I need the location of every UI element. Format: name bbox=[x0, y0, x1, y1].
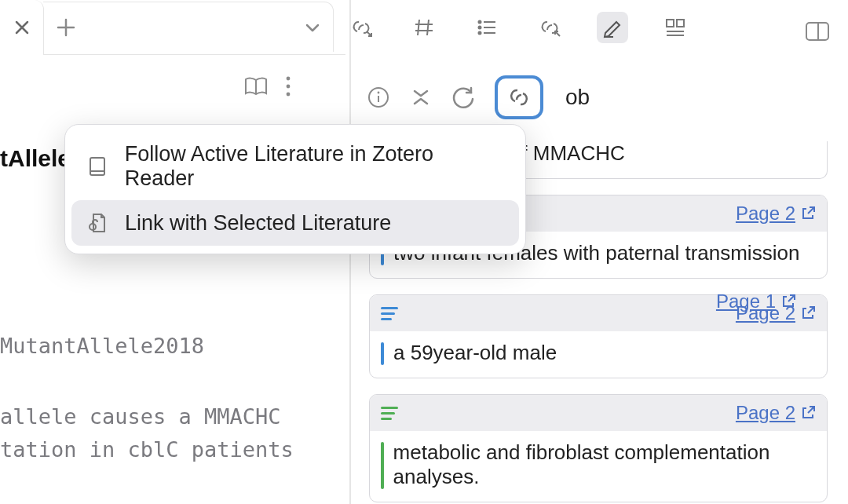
annotation-card[interactable]: Page 2 metabolic and fibroblast compleme… bbox=[369, 394, 828, 502]
annotation-text: metabolic and fibroblast complementation… bbox=[393, 440, 816, 489]
svg-rect-11 bbox=[90, 158, 104, 175]
page-link-label: Page 2 bbox=[736, 203, 795, 225]
menu-item-link-selected[interactable]: Link with Selected Literature bbox=[71, 200, 519, 246]
page-link[interactable]: Page 2 bbox=[736, 203, 816, 225]
svg-point-6 bbox=[287, 77, 291, 81]
reader-toolbar: ob bbox=[366, 75, 590, 119]
tab-add-button[interactable] bbox=[44, 17, 88, 38]
quote-bar bbox=[381, 442, 384, 489]
file-link-icon bbox=[84, 210, 111, 236]
annotation-color-icon bbox=[381, 307, 398, 320]
svg-rect-3 bbox=[667, 20, 674, 27]
book-icon[interactable] bbox=[243, 75, 269, 97]
page-link[interactable]: Page 2 bbox=[736, 402, 816, 424]
link-in-icon[interactable] bbox=[534, 12, 565, 43]
note-line-2: tation in cblC patients bbox=[0, 433, 294, 466]
sidebar-toggle-icon[interactable] bbox=[804, 20, 831, 43]
annotation-color-icon bbox=[381, 407, 398, 420]
list-icon[interactable] bbox=[471, 12, 503, 43]
tab-chevron-button[interactable] bbox=[303, 18, 322, 37]
svg-point-7 bbox=[287, 85, 291, 89]
svg-point-10 bbox=[378, 92, 380, 94]
link-literature-button[interactable] bbox=[495, 75, 543, 119]
collapse-icon[interactable] bbox=[410, 85, 432, 110]
info-icon[interactable] bbox=[366, 85, 391, 110]
menu-item-label: Link with Selected Literature bbox=[125, 211, 391, 236]
svg-point-2 bbox=[479, 32, 481, 35]
refresh-icon[interactable] bbox=[451, 85, 476, 110]
reader-search-fragment: ob bbox=[565, 85, 590, 110]
svg-point-1 bbox=[479, 27, 481, 29]
highlighter-icon[interactable] bbox=[597, 12, 628, 43]
link-dropdown-menu: Follow Active Literature in Zotero Reade… bbox=[64, 124, 526, 254]
annotation-text: a 59year-old male bbox=[393, 341, 557, 365]
note-line-1: allele causes a MMACHC bbox=[0, 400, 281, 433]
main-toolbar bbox=[345, 12, 691, 43]
more-icon[interactable] bbox=[284, 75, 292, 98]
tab-close-button[interactable] bbox=[0, 0, 44, 55]
note-toolbar bbox=[243, 75, 292, 98]
book-open-icon bbox=[84, 153, 111, 180]
quote-bar bbox=[381, 342, 384, 365]
note-title-fragment: tAllele bbox=[0, 145, 71, 172]
cards-view-icon[interactable] bbox=[660, 12, 691, 43]
cite-key-text: MutantAllele2018 bbox=[0, 330, 204, 363]
svg-point-8 bbox=[287, 93, 291, 97]
svg-rect-4 bbox=[677, 20, 684, 27]
menu-item-follow-literature[interactable]: Follow Active Literature in Zotero Reade… bbox=[71, 133, 519, 200]
tab-strip bbox=[0, 0, 345, 55]
svg-point-0 bbox=[479, 21, 481, 24]
menu-item-label: Follow Active Literature in Zotero Reade… bbox=[125, 142, 506, 191]
page-link-label: Page 2 bbox=[736, 402, 795, 424]
hash-icon[interactable] bbox=[408, 12, 440, 43]
